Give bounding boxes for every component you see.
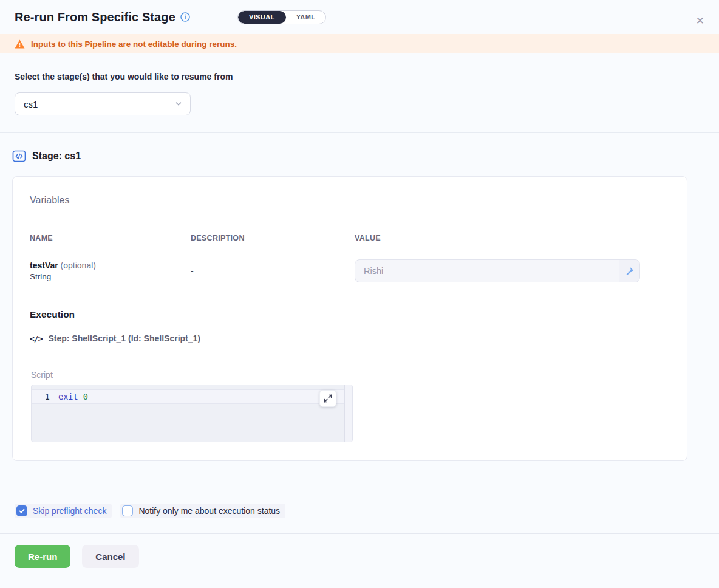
cancel-button[interactable]: Cancel <box>82 545 138 568</box>
stage-card: Variables NAME DESCRIPTION VALUE testVar… <box>12 176 687 461</box>
variable-name-cell: testVar (optional) String <box>30 261 191 281</box>
col-header-name: NAME <box>30 234 191 242</box>
variable-type: String <box>30 272 191 281</box>
stage-heading: Stage: cs1 <box>32 151 81 162</box>
visual-yaml-toggle: VISUAL YAML <box>237 10 327 24</box>
code-token-keyword: exit <box>58 392 78 402</box>
toggle-yaml[interactable]: YAML <box>286 11 326 24</box>
variable-value-field[interactable]: Rishi <box>355 259 640 282</box>
col-header-value: VALUE <box>355 234 670 242</box>
stage-details-section: Stage: cs1 Variables NAME DESCRIPTION VA… <box>0 133 719 479</box>
variable-optional-tag: (optional) <box>58 261 96 270</box>
variables-table: NAME DESCRIPTION VALUE testVar (optional… <box>30 234 670 282</box>
step-label: Step: ShellScript_1 (Id: ShellScript_1) <box>48 333 200 343</box>
stage-heading-row: Stage: cs1 <box>12 150 687 162</box>
notify-only-me-checkbox[interactable]: Notify only me about execution status <box>120 504 285 518</box>
notify-only-me-label: Notify only me about execution status <box>138 506 280 516</box>
col-header-description: DESCRIPTION <box>191 234 355 242</box>
variables-title: Variables <box>30 195 670 206</box>
code-token-number: 0 <box>78 392 88 402</box>
modal-header: Re-run From Specific Stage VISUAL YAML ✕ <box>0 0 719 34</box>
script-editor[interactable]: 1 exit 0 <box>31 385 353 442</box>
variables-table-header: NAME DESCRIPTION VALUE <box>30 234 670 242</box>
rerun-modal: Re-run From Specific Stage VISUAL YAML ✕… <box>0 0 719 588</box>
warning-banner: Inputs to this Pipeline are not editable… <box>0 34 719 53</box>
variable-value-input[interactable]: Rishi <box>355 266 619 276</box>
editor-scrollbar[interactable] <box>344 385 352 442</box>
warning-text: Inputs to this Pipeline are not editable… <box>31 39 237 49</box>
build-stage-icon <box>12 150 26 162</box>
rerun-button[interactable]: Re-run <box>15 545 70 568</box>
skip-preflight-label: Skip preflight check <box>33 506 106 516</box>
stage-select-value: cs1 <box>24 99 174 109</box>
script-label: Script <box>30 370 670 380</box>
code-step-icon: </> <box>30 334 42 343</box>
run-options-row: Skip preflight check Notify only me abou… <box>0 504 719 518</box>
stage-select-dropdown[interactable]: cs1 <box>15 92 191 115</box>
code-line[interactable]: 1 exit 0 <box>32 389 352 404</box>
stage-select-section: Select the stage(s) that you would like … <box>0 53 719 133</box>
page-title: Re-run From Specific Stage <box>15 10 175 24</box>
chevron-down-icon <box>174 100 183 108</box>
line-number: 1 <box>32 392 58 402</box>
step-row: </> Step: ShellScript_1 (Id: ShellScript… <box>30 333 670 343</box>
skip-preflight-checkbox[interactable]: Skip preflight check <box>15 504 112 518</box>
pin-icon[interactable] <box>619 260 639 282</box>
variable-description: - <box>191 266 355 276</box>
stage-select-label: Select the stage(s) that you would like … <box>15 72 704 81</box>
modal-footer: Re-run Cancel <box>0 534 719 579</box>
expand-icon[interactable] <box>319 390 336 407</box>
variable-name: testVar <box>30 261 58 270</box>
execution-title: Execution <box>30 309 670 320</box>
toggle-visual[interactable]: VISUAL <box>238 11 286 24</box>
checkbox-checked-icon[interactable] <box>16 505 27 516</box>
table-row: testVar (optional) String - Rishi <box>30 259 670 282</box>
close-icon[interactable]: ✕ <box>696 16 704 26</box>
warning-icon <box>15 39 25 49</box>
info-icon[interactable] <box>180 12 190 22</box>
checkbox-unchecked-icon[interactable] <box>122 505 133 516</box>
